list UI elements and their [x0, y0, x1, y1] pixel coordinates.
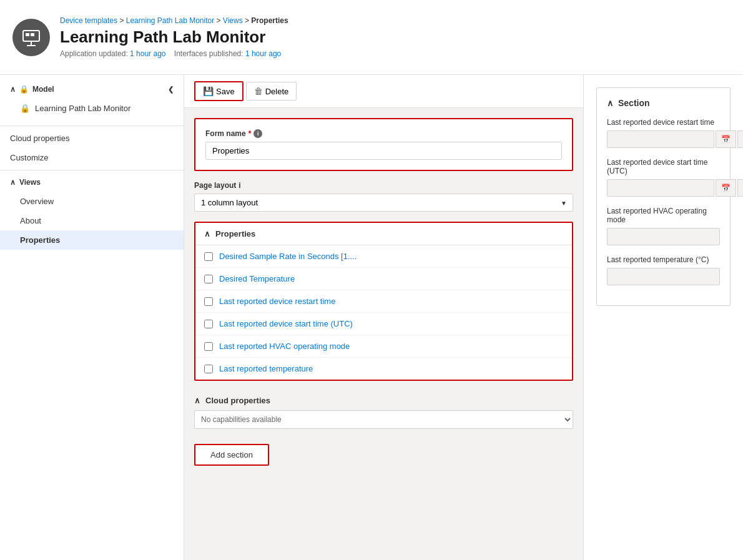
prop-item-hvac-mode: Last reported HVAC operating mode	[195, 335, 572, 358]
app-body: ∧ 🔒 Model ❮ 🔒 Learning Path Lab Monitor …	[0, 75, 743, 560]
field-temperature: Last reported temperature (°C)	[607, 255, 720, 285]
prop-label-hvac-mode[interactable]: Last reported HVAC operating mode	[219, 341, 350, 351]
page-layout-label: Page layout i	[194, 181, 573, 190]
breadcrumb-learning-path[interactable]: Learning Path Lab Monitor	[126, 16, 214, 25]
delete-label: Delete	[265, 87, 289, 96]
app-updated-time: 1 hour ago	[130, 49, 165, 58]
properties-section-header: ∧ Properties	[195, 223, 572, 245]
restart-time-date-input[interactable]	[607, 130, 714, 148]
sidebar-item-properties[interactable]: Properties	[0, 230, 184, 250]
field-start-time: Last reported device start time (UTC) 📅 …	[607, 158, 720, 197]
app-updated: Application updated:	[60, 49, 130, 58]
cloud-empty-message: No capabilities available	[194, 410, 573, 429]
form-name-section: Form name * i	[194, 118, 573, 171]
prop-checkbox-desired-sample-rate[interactable]	[204, 252, 213, 261]
start-time-hour-input[interactable]	[737, 179, 743, 197]
prop-label-desired-temperature[interactable]: Desired Temperature	[219, 274, 295, 283]
add-section-button[interactable]: Add section	[194, 444, 269, 466]
save-button[interactable]: 💾 Save	[194, 81, 244, 101]
restart-time-hour-input[interactable]	[737, 130, 743, 148]
field-restart-time-input: 📅 AM	[607, 130, 720, 148]
field-restart-time-label: Last reported device restart time	[607, 118, 720, 127]
form-name-label: Form name * i	[205, 129, 562, 138]
save-icon: 💾	[203, 86, 214, 96]
form-name-info-icon: i	[253, 129, 262, 138]
add-section-container: Add section	[194, 439, 573, 471]
breadcrumb-device-templates[interactable]: Device templates	[60, 16, 117, 25]
chevron-section-icon: ∧	[607, 98, 613, 108]
page-layout-text: Page layout	[194, 181, 236, 190]
prop-label-restart-time[interactable]: Last reported device restart time	[219, 297, 335, 306]
page-layout-select[interactable]: 1 column layout 2 column layout	[194, 194, 573, 212]
toolbar: 💾 Save 🗑 Delete	[184, 75, 583, 108]
prop-checkbox-desired-temperature[interactable]	[204, 275, 213, 283]
app-icon	[12, 19, 50, 56]
sidebar-item-cloud-properties[interactable]: Cloud properties	[0, 129, 184, 148]
prop-label-temperature[interactable]: Last reported temperature	[219, 364, 313, 373]
header-meta: Application updated: 1 hour ago Interfac…	[60, 49, 288, 58]
sidebar-overview-label: Overview	[20, 197, 54, 206]
sidebar-customize-label: Customize	[10, 153, 48, 162]
sidebar-model-label: Model	[32, 85, 54, 94]
chevron-views-icon: ∧	[10, 178, 16, 187]
sidebar-model-section: ∧ 🔒 Model ❮ 🔒 Learning Path Lab Monitor	[0, 75, 184, 123]
sidebar-item-customize[interactable]: Customize	[0, 148, 184, 167]
right-section-header: ∧ Section	[607, 98, 720, 108]
restart-time-calendar-icon[interactable]: 📅	[716, 130, 736, 148]
prop-item-desired-sample-rate: Desired Sample Rate in Seconds [1....	[195, 245, 572, 268]
hvac-mode-input[interactable]	[607, 228, 720, 245]
sidebar-about-label: About	[20, 216, 41, 225]
temperature-input[interactable]	[607, 268, 720, 285]
right-panel: ∧ Section Last reported device restart t…	[584, 75, 743, 560]
prop-checkbox-start-time[interactable]	[204, 320, 213, 328]
prop-item-temperature: Last reported temperature	[195, 358, 572, 380]
prop-checkbox-restart-time[interactable]	[204, 297, 213, 306]
svg-rect-3	[26, 33, 29, 36]
lock-icon: 🔒	[19, 85, 29, 94]
svg-rect-4	[31, 33, 34, 36]
field-temperature-label: Last reported temperature (°C)	[607, 255, 720, 264]
interfaces-published: Interfaces published:	[174, 49, 245, 58]
lock-icon-item: 🔒	[20, 104, 30, 113]
sidebar-views-header[interactable]: ∧ Views	[0, 173, 184, 192]
delete-icon: 🗑	[254, 86, 263, 96]
sidebar-model-header[interactable]: ∧ 🔒 Model ❮	[0, 80, 184, 99]
save-label: Save	[216, 87, 235, 96]
sidebar-views-label: Views	[19, 178, 41, 187]
sidebar-item-learning-path[interactable]: 🔒 Learning Path Lab Monitor	[0, 99, 184, 118]
field-start-time-input: 📅 AM	[607, 179, 720, 197]
interfaces-published-time: 1 hour ago	[245, 49, 281, 58]
prop-label-start-time[interactable]: Last reported device start time (UTC)	[219, 319, 353, 328]
chevron-down-icon: ∧	[10, 85, 16, 94]
breadcrumb-current: Properties	[251, 16, 288, 25]
sidebar-item-about[interactable]: About	[0, 211, 184, 230]
right-section: ∧ Section Last reported device restart t…	[596, 87, 731, 306]
form-name-required: *	[248, 129, 252, 138]
sidebar-cloud-props-label: Cloud properties	[10, 134, 69, 143]
page-layout-info-icon: i	[239, 181, 240, 190]
breadcrumb-sep3: >	[245, 16, 251, 25]
main-content: 💾 Save 🗑 Delete Form name * i	[184, 75, 743, 560]
prop-item-start-time: Last reported device start time (UTC)	[195, 313, 572, 335]
form-name-input[interactable]	[205, 142, 562, 160]
breadcrumb-views[interactable]: Views	[223, 16, 243, 25]
form-name-text: Form name	[205, 129, 246, 138]
sidebar-collapse-icon: ❮	[168, 86, 174, 94]
prop-checkbox-hvac-mode[interactable]	[204, 342, 213, 351]
left-panel: 💾 Save 🗑 Delete Form name * i	[184, 75, 584, 560]
sidebar-item-overview[interactable]: Overview	[0, 192, 184, 211]
cloud-capabilities-select[interactable]: No capabilities available	[194, 410, 573, 429]
field-restart-time: Last reported device restart time 📅 AM	[607, 118, 720, 148]
cloud-section: ∧ Cloud properties No capabilities avail…	[194, 391, 573, 429]
prop-checkbox-temperature[interactable]	[204, 365, 213, 373]
field-hvac-mode: Last reported HVAC operating mode	[607, 207, 720, 245]
chevron-props-icon: ∧	[204, 229, 210, 238]
prop-item-desired-temperature: Desired Temperature	[195, 268, 572, 290]
page-layout-section: Page layout i 1 column layout 2 column l…	[194, 181, 573, 212]
start-time-calendar-icon[interactable]: 📅	[716, 179, 736, 197]
section-title: Section	[618, 98, 650, 108]
prop-label-desired-sample-rate[interactable]: Desired Sample Rate in Seconds [1....	[219, 252, 357, 261]
breadcrumb: Device templates > Learning Path Lab Mon…	[60, 16, 288, 25]
delete-button[interactable]: 🗑 Delete	[246, 82, 297, 101]
start-time-date-input[interactable]	[607, 179, 714, 197]
